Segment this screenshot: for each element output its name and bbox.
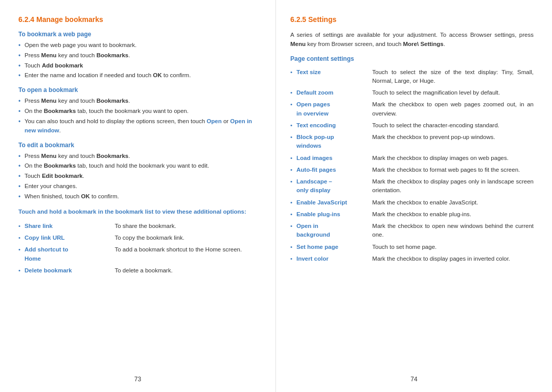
setting-label: Set home page xyxy=(290,241,368,253)
setting-desc: Touch to set home page. xyxy=(368,241,534,253)
open-bookmark-list: Press Menu key and touch Bookmarks. On t… xyxy=(18,97,261,135)
option-label: Share link xyxy=(18,220,111,232)
setting-desc: Mark the checkbox to enable JavaScript. xyxy=(368,197,534,209)
right-page: 6.2.5 Settings A series of settings are … xyxy=(276,0,552,392)
additional-options-table: Share link To share the bookmark. Copy l… xyxy=(18,220,261,276)
table-row: Text size Touch to select the size of th… xyxy=(290,66,534,87)
option-desc: To add a bookmark shortcut to the Home s… xyxy=(111,244,262,265)
setting-label: Invert color xyxy=(290,253,368,265)
setting-label: Open pagesin overview xyxy=(290,99,368,120)
list-item: Touch Edit bookmark. xyxy=(18,172,261,181)
setting-label: Load images xyxy=(290,152,368,164)
table-row: Open pagesin overview Mark the checkbox … xyxy=(290,99,534,120)
page-content-settings-title: Page content settings xyxy=(290,55,534,62)
setting-label: Default zoom xyxy=(290,87,368,99)
list-item: When finished, touch OK to confirm. xyxy=(18,192,261,201)
setting-desc: Mark the checkbox to prevent pop-up wind… xyxy=(368,131,534,152)
option-label: Copy link URL xyxy=(18,232,111,244)
option-desc: To copy the bookmark link. xyxy=(111,232,262,244)
setting-desc: Touch to select the character-encoding s… xyxy=(368,120,534,131)
list-item: Press Menu key and touch Bookmarks. xyxy=(18,97,261,106)
setting-desc: Touch to select the size of the text dis… xyxy=(368,66,534,87)
settings-table: Text size Touch to select the size of th… xyxy=(290,66,534,265)
setting-desc: Touch to select the magnification level … xyxy=(368,87,534,99)
option-desc: To share the bookmark. xyxy=(111,220,262,232)
table-row: Delete bookmark To delete a bookmark. xyxy=(18,265,261,276)
table-row: Enable plug-ins Mark the checkbox to ena… xyxy=(290,209,534,220)
setting-desc: Mark the checkbox to display pages in in… xyxy=(368,253,534,265)
table-row: Default zoom Touch to select the magnifi… xyxy=(290,87,534,99)
bookmark-web-page-list: Open the web page you want to bookmark. … xyxy=(18,41,261,80)
table-row: Invert color Mark the checkbox to displa… xyxy=(290,253,534,265)
table-row: Set home page Touch to set home page. xyxy=(290,241,534,253)
edit-bookmark-list: Press Menu key and touch Bookmarks. On t… xyxy=(18,152,261,201)
list-item: On the Bookmarks tab, touch the bookmark… xyxy=(18,107,261,116)
setting-desc: Mark the checkbox to enable plug-ins. xyxy=(368,209,534,220)
option-label: Add shortcut toHome xyxy=(18,244,111,265)
table-row: Text encoding Touch to select the charac… xyxy=(290,120,534,131)
open-bookmark-title: To open a bookmark xyxy=(18,86,261,94)
table-row: Load images Mark the checkbox to display… xyxy=(290,152,534,164)
table-row: Add shortcut toHome To add a bookmark sh… xyxy=(18,244,261,265)
table-row: Enable JavaScript Mark the checkbox to e… xyxy=(290,197,534,209)
setting-label: Landscape –only display xyxy=(290,176,368,197)
setting-label: Enable plug-ins xyxy=(290,209,368,220)
setting-desc: Mark the checkbox to open new windows be… xyxy=(368,220,534,241)
setting-desc: Mark the checkbox to display pages only … xyxy=(368,176,534,197)
setting-label: Open inbackground xyxy=(290,220,368,241)
left-section-title: 6.2.4 Manage bookmarks xyxy=(18,15,261,24)
list-item: Open the web page you want to bookmark. xyxy=(18,41,261,50)
left-page-number: 73 xyxy=(0,376,275,383)
table-row: Copy link URL To copy the bookmark link. xyxy=(18,232,261,244)
setting-desc: Mark the checkbox to format web pages to… xyxy=(368,164,534,176)
table-row: Landscape –only display Mark the checkbo… xyxy=(290,176,534,197)
settings-intro: A series of settings are available for y… xyxy=(290,31,534,49)
setting-label: Block pop-upwindows xyxy=(290,131,368,152)
table-row: Auto-fit pages Mark the checkbox to form… xyxy=(290,164,534,176)
left-page: 6.2.4 Manage bookmarks To bookmark a web… xyxy=(0,0,276,392)
option-desc: To delete a bookmark. xyxy=(111,265,262,276)
edit-bookmark-title: To edit a bookmark xyxy=(18,142,261,149)
list-item: Enter your changes. xyxy=(18,182,261,191)
setting-label: Auto-fit pages xyxy=(290,164,368,176)
table-row: Share link To share the bookmark. xyxy=(18,220,261,232)
bookmark-web-page-title: To bookmark a web page xyxy=(18,31,261,38)
right-section-title: 6.2.5 Settings xyxy=(290,15,534,24)
page-container: 6.2.4 Manage bookmarks To bookmark a web… xyxy=(0,0,552,392)
right-page-number: 74 xyxy=(276,376,552,383)
setting-desc: Mark the checkbox to display images on w… xyxy=(368,152,534,164)
list-item: You can also touch and hold to display t… xyxy=(18,117,261,135)
list-item: Press Menu key and touch Bookmarks. xyxy=(18,51,261,60)
option-label: Delete bookmark xyxy=(18,265,111,276)
table-row: Block pop-upwindows Mark the checkbox to… xyxy=(290,131,534,152)
additional-options-title: Touch and hold a bookmark in the bookmar… xyxy=(18,207,261,216)
list-item: Press Menu key and touch Bookmarks. xyxy=(18,152,261,161)
list-item: On the Bookmarks tab, touch and hold the… xyxy=(18,162,261,171)
list-item: Enter the name and location if needed an… xyxy=(18,71,261,80)
setting-label: Text size xyxy=(290,66,368,87)
setting-label: Text encoding xyxy=(290,120,368,131)
list-item: Touch Add bookmark xyxy=(18,61,261,71)
setting-desc: Mark the checkbox to open web pages zoom… xyxy=(368,99,534,120)
setting-label: Enable JavaScript xyxy=(290,197,368,209)
table-row: Open inbackground Mark the checkbox to o… xyxy=(290,220,534,241)
